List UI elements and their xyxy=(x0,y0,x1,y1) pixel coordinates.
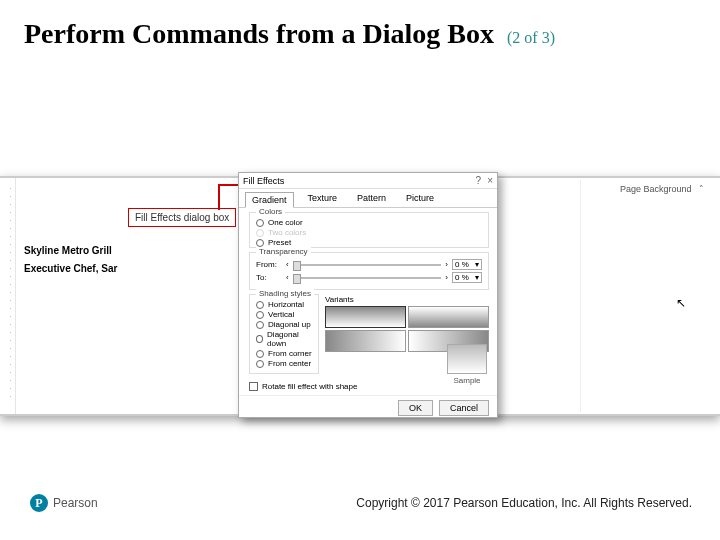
variant-1[interactable] xyxy=(325,306,406,328)
chevron-left-icon[interactable]: ‹ xyxy=(286,260,289,269)
tab-gradient[interactable]: Gradient xyxy=(245,192,294,208)
radio-icon xyxy=(256,350,264,358)
cursor-icon: ↖ xyxy=(676,296,686,310)
brand-logo: P Pearson xyxy=(30,494,98,512)
variants-label: Variants xyxy=(325,295,354,304)
callout-fill-effects-line-v xyxy=(218,184,220,210)
radio-icon xyxy=(256,239,264,247)
right-panel: Page Background ˄ xyxy=(580,180,710,412)
chevron-right-icon[interactable]: › xyxy=(445,273,448,282)
slide-title: Perform Commands from a Dialog Box (2 of… xyxy=(24,18,696,50)
ok-button[interactable]: OK xyxy=(398,400,433,416)
checkbox-icon xyxy=(249,382,258,391)
sample-preview: Sample xyxy=(447,344,487,385)
chevron-right-icon[interactable]: › xyxy=(445,260,448,269)
brand-name: Pearson xyxy=(53,496,98,510)
radio-icon xyxy=(256,219,264,227)
doc-line-2: Executive Chef, Sar xyxy=(24,260,117,278)
radio-two-colors[interactable]: Two colors xyxy=(256,228,482,237)
copyright-footer: Copyright © 2017 Pearson Education, Inc.… xyxy=(356,496,692,510)
close-icon[interactable]: × xyxy=(487,175,493,186)
radio-from-corner[interactable]: From corner xyxy=(256,349,312,358)
dialog-tabs: Gradient Texture Pattern Picture xyxy=(239,189,497,208)
to-label: To: xyxy=(256,273,282,282)
colors-group-title: Colors xyxy=(256,207,285,216)
tab-texture[interactable]: Texture xyxy=(302,191,344,207)
title-counter: (2 of 3) xyxy=(507,29,555,46)
shading-group-title: Shading styles xyxy=(256,289,314,298)
tab-picture[interactable]: Picture xyxy=(400,191,440,207)
dialog-title: Fill Effects xyxy=(243,176,284,186)
chevron-left-icon[interactable]: ‹ xyxy=(286,273,289,282)
radio-icon xyxy=(256,360,264,368)
document-text: Skyline Metro Grill Executive Chef, Sar xyxy=(24,242,117,278)
embedded-screenshot: Skyline Metro Grill Executive Chef, Sar … xyxy=(0,176,720,416)
chevron-up-icon[interactable]: ˄ xyxy=(699,184,704,194)
pearson-icon: P xyxy=(30,494,48,512)
from-label: From: xyxy=(256,260,282,269)
colors-group: Colors One color Two colors Preset xyxy=(249,212,489,248)
radio-icon xyxy=(256,311,264,319)
vertical-ruler xyxy=(6,178,16,414)
tab-pattern[interactable]: Pattern xyxy=(351,191,392,207)
dialog-titlebar: Fill Effects ? × xyxy=(239,173,497,189)
radio-preset[interactable]: Preset xyxy=(256,238,482,247)
sample-label: Sample xyxy=(447,376,487,385)
from-row: From: ‹ › 0 %▾ xyxy=(256,259,482,270)
radio-icon xyxy=(256,229,264,237)
from-spinner[interactable]: 0 %▾ xyxy=(452,259,482,270)
from-slider[interactable] xyxy=(293,264,442,266)
to-row: To: ‹ › 0 %▾ xyxy=(256,272,482,283)
cancel-button[interactable]: Cancel xyxy=(439,400,489,416)
radio-diagonal-up[interactable]: Diagonal up xyxy=(256,320,312,329)
sample-swatch xyxy=(447,344,487,374)
transparency-group-title: Transparency xyxy=(256,247,311,256)
help-icon[interactable]: ? xyxy=(476,175,482,186)
dialog-footer: OK Cancel xyxy=(239,395,497,420)
radio-horizontal[interactable]: Horizontal xyxy=(256,300,312,309)
radio-icon xyxy=(256,321,264,329)
variant-3[interactable] xyxy=(325,330,406,352)
doc-line-1: Skyline Metro Grill xyxy=(24,242,117,260)
page-background-label: Page Background ˄ xyxy=(587,184,704,194)
title-main: Perform Commands from a Dialog Box xyxy=(24,18,494,49)
slide-container: Perform Commands from a Dialog Box (2 of… xyxy=(0,0,720,540)
shading-styles-group: Shading styles Horizontal Vertical Diago… xyxy=(249,294,319,374)
radio-icon xyxy=(256,301,264,309)
fill-effects-dialog: Fill Effects ? × Gradient Texture Patter… xyxy=(238,172,498,418)
radio-vertical[interactable]: Vertical xyxy=(256,310,312,319)
rotate-label: Rotate fill effect with shape xyxy=(262,382,357,391)
radio-diagonal-down[interactable]: Diagonal down xyxy=(256,330,312,348)
radio-one-color[interactable]: One color xyxy=(256,218,482,227)
callout-fill-effects: Fill Effects dialog box xyxy=(128,208,236,227)
to-spinner[interactable]: 0 %▾ xyxy=(452,272,482,283)
dialog-body: Colors One color Two colors Preset Trans… xyxy=(239,208,497,395)
to-slider[interactable] xyxy=(293,277,442,279)
radio-from-center[interactable]: From center xyxy=(256,359,312,368)
radio-icon xyxy=(256,335,263,343)
variant-2[interactable] xyxy=(408,306,489,328)
transparency-group: Transparency From: ‹ › 0 %▾ To: ‹ › 0 %▾ xyxy=(249,252,489,290)
